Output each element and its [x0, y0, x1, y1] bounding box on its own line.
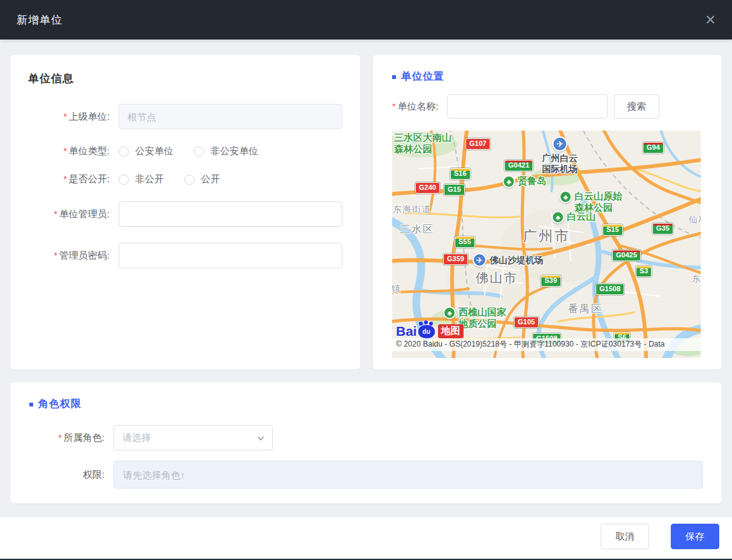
map-road-badge: G107: [465, 138, 490, 150]
baidu-logo-text: Bai: [396, 324, 417, 339]
admin-password-row: *管理员密码:: [28, 243, 342, 268]
map-place-label: 东海街道: [393, 204, 431, 215]
radio-police-unit[interactable]: 公安单位: [119, 145, 173, 157]
map-road-badge: S3: [636, 266, 652, 277]
map-place-label: 东: [692, 273, 701, 284]
parent-unit-label: *上级单位:: [28, 111, 119, 123]
map-road-badge: G0421: [504, 160, 533, 171]
map-place-label: 仙村: [689, 214, 701, 225]
role-permission-title: 角色权限: [29, 398, 703, 411]
admin-password-input[interactable]: [119, 243, 342, 268]
map-place-label: ✈广州白云国际机场: [539, 136, 580, 174]
map-road-badge: G359: [443, 254, 468, 265]
map-place-label: 佛山市: [476, 271, 518, 286]
map-road-badge: G35: [652, 223, 673, 234]
unit-info-title: 单位信息: [28, 71, 342, 86]
admin-password-label: *管理员密码:: [28, 250, 119, 262]
is-public-label: *是否公开:: [28, 173, 119, 185]
unit-info-card: 单位信息 *上级单位: *单位类型: 公安单位 非公安单位 *是否公开: 非公开: [10, 55, 360, 370]
airport-icon: ✈: [552, 136, 567, 152]
radio-circle-icon: [119, 147, 129, 157]
radio-public[interactable]: 公开: [184, 173, 220, 185]
unit-location-title: 单位位置: [392, 70, 703, 83]
unit-location-card: 单位位置 *单位名称: 搜索: [373, 55, 722, 370]
unit-admin-input[interactable]: [119, 201, 342, 227]
baidu-logo: Bai du 地图: [396, 324, 464, 339]
required-asterisk: *: [54, 250, 57, 261]
dialog-footer: 取消 保存: [0, 516, 732, 560]
unit-type-row: *单位类型: 公安单位 非公安单位: [28, 145, 342, 157]
unit-name-input[interactable]: [447, 94, 608, 118]
map-place-label: ✈佛山沙堤机场: [472, 253, 543, 267]
required-asterisk: *: [63, 111, 66, 122]
map-copyright: © 2020 Baidu - GS(2019)5218号 - 甲测资字11009…: [392, 338, 701, 351]
airport-icon: ✈: [472, 253, 487, 267]
cancel-button[interactable]: 取消: [601, 524, 649, 549]
map-place-label: 三水区大南山森林公园: [394, 132, 451, 154]
role-select[interactable]: 请选择: [113, 425, 273, 450]
map-road-badge: S15: [603, 224, 623, 236]
unit-admin-label: *单位管理员:: [28, 208, 119, 220]
dialog-title: 新增单位: [17, 13, 62, 27]
baidu-map-word: 地图: [438, 324, 464, 338]
map-road-badge: S55: [455, 236, 475, 248]
tree-pin-icon: ♣: [552, 211, 564, 224]
required-asterisk: *: [392, 101, 395, 111]
dialog-header: 新增单位 ×: [0, 0, 732, 39]
square-bullet-icon: [29, 403, 33, 406]
required-asterisk: *: [63, 146, 66, 156]
baidu-map[interactable]: G107G0421G94S16G240G15S15G35S55G359S39G0…: [392, 131, 701, 358]
radio-circle-icon: [184, 175, 194, 185]
radio-not-public[interactable]: 非公开: [119, 173, 164, 185]
unit-name-label: *单位名称:: [392, 101, 439, 113]
map-road-badge: S16: [450, 168, 471, 180]
unit-admin-row: *单位管理员:: [28, 201, 342, 227]
tree-pin-icon: ♣: [443, 306, 456, 319]
map-road-badge: G94: [643, 142, 664, 154]
map-place-label: 广州市: [523, 228, 571, 245]
map-place-label: ♣白云山: [552, 211, 596, 224]
map-place-label: 三水区: [400, 224, 434, 236]
required-asterisk: *: [58, 433, 61, 443]
role-permission-card: 角色权限 *所属角色: 请选择 权限:: [10, 382, 722, 503]
map-road-badge: G240: [415, 182, 440, 194]
search-button[interactable]: 搜索: [614, 94, 659, 118]
parent-unit-input: [119, 104, 342, 129]
map-place-label: 番禺区: [568, 303, 603, 315]
required-asterisk: *: [54, 209, 57, 219]
map-place-label: ♣白云山原始森林公园: [559, 190, 622, 213]
role-select-placeholder: 请选择: [122, 432, 151, 444]
permission-label: 权限:: [29, 469, 113, 481]
map-place-label: ♣贤鲁岛: [502, 175, 546, 188]
tree-pin-icon: ♣: [559, 190, 572, 203]
radio-non-police-unit[interactable]: 非公安单位: [194, 145, 258, 157]
is-public-row: *是否公开: 非公开 公开: [28, 173, 342, 185]
tree-pin-icon: ♣: [502, 175, 515, 188]
permission-input: [113, 461, 703, 489]
square-bullet-icon: [392, 75, 396, 79]
map-road-badge: G1508: [596, 284, 624, 295]
map-road-badge: S39: [541, 275, 561, 287]
parent-unit-row: *上级单位:: [28, 104, 342, 129]
radio-circle-icon: [119, 175, 129, 185]
role-label: *所属角色:: [29, 432, 113, 444]
map-road-badge: G105: [514, 317, 539, 328]
map-road-badge: G15: [444, 184, 465, 196]
map-road-badge: G0425: [612, 250, 641, 261]
radio-circle-icon: [194, 147, 204, 157]
close-icon[interactable]: ×: [705, 11, 715, 29]
chevron-down-icon: [256, 434, 265, 443]
baidu-paw-icon: du: [418, 325, 435, 338]
save-button[interactable]: 保存: [671, 524, 719, 549]
map-place-label: 湾镇: [392, 284, 401, 294]
unit-type-label: *单位类型:: [28, 145, 119, 157]
required-asterisk: *: [63, 174, 66, 184]
